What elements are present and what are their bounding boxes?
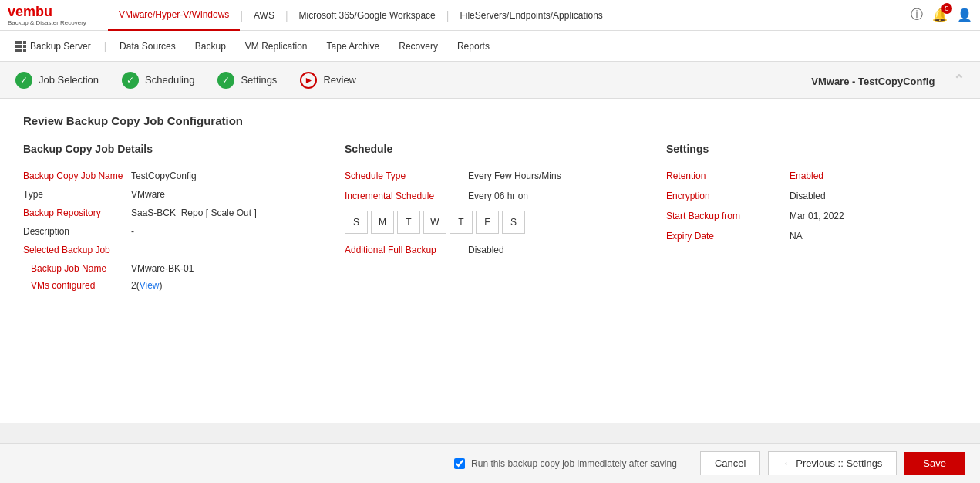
setting-row-expiry: Expiry Date NA: [666, 231, 957, 242]
wizard-expand-icon[interactable]: ⌃: [953, 73, 965, 88]
sched-value-incremental: Every 06 hr on: [468, 191, 528, 201]
backup-copy-details-section: Backup Copy Job Details Backup Copy Job …: [23, 143, 314, 297]
setting-row-start-backup: Start Backup from Mar 01, 2022: [666, 211, 957, 221]
nav-backup[interactable]: Backup: [187, 38, 234, 55]
nav-link-aws[interactable]: AWS: [243, 0, 285, 31]
day-box-sat: S: [502, 211, 525, 234]
setting-label-start-backup: Start Backup from: [666, 211, 790, 221]
step-icon-scheduling: ✓: [122, 72, 139, 89]
day-box-wed: W: [423, 211, 446, 234]
sub-row-job-name: Backup Job Name VMware-BK-01: [31, 263, 314, 274]
step-label-settings: Settings: [241, 74, 277, 86]
backup-server-btn[interactable]: Backup Server: [8, 38, 99, 55]
step-icon-review: ►: [300, 72, 317, 89]
nav-reports[interactable]: Reports: [450, 38, 497, 55]
nav-link-m365[interactable]: Microsoft 365/Google Workspace: [288, 0, 446, 31]
logo-sub: Backup & Disaster Recovery: [8, 20, 86, 26]
sub-section-backup-job: Backup Job Name VMware-BK-01 VMs configu…: [31, 263, 314, 291]
step-label-scheduling: Scheduling: [145, 74, 194, 86]
detail-row-repo: Backup Repository SaaS-BCK_Repo [ Scale …: [23, 208, 314, 218]
nav-link-fileservers[interactable]: FileServers/Endpoints/Applications: [449, 0, 613, 31]
setting-value-start-backup: Mar 01, 2022: [790, 211, 844, 221]
day-boxes: S M T W T F S: [345, 211, 635, 234]
backup-copy-details-header: Backup Copy Job Details: [23, 143, 314, 160]
second-nav: Backup Server | Data Sources Backup VM R…: [0, 31, 980, 62]
wizard-step-settings[interactable]: ✓ Settings: [217, 72, 277, 89]
sub-label-job-name: Backup Job Name: [31, 263, 131, 274]
sched-value-additional: Disabled: [468, 245, 504, 255]
nav-tape-archive[interactable]: Tape Archive: [319, 38, 388, 55]
detail-row-desc: Description -: [23, 226, 314, 237]
value-type: VMware: [131, 189, 165, 200]
value-repo: SaaS-BCK_Repo [ Scale Out ]: [131, 208, 257, 218]
detail-row-job-name: Backup Copy Job Name TestCopyConfig: [23, 171, 314, 181]
label-job-name: Backup Copy Job Name: [23, 171, 131, 181]
three-col-layout: Backup Copy Job Details Backup Copy Job …: [23, 143, 957, 297]
settings-section: Settings Retention Enabled Encryption Di…: [666, 143, 957, 297]
settings-header: Settings: [666, 143, 957, 160]
label-repo: Backup Repository: [23, 208, 131, 218]
grid-icon: [15, 41, 26, 52]
step-icon-job-selection: ✓: [15, 72, 32, 89]
schedule-section: Schedule Schedule Type Every Few Hours/M…: [345, 143, 635, 297]
nav-recovery[interactable]: Recovery: [391, 38, 446, 55]
nav-vm-replication[interactable]: VM Replication: [237, 38, 315, 55]
schedule-header: Schedule: [345, 143, 635, 160]
wizard-config-name: VMware - TestCopyConfig: [811, 76, 935, 87]
label-type: Type: [23, 189, 131, 200]
top-right-icons: ⓘ 🔔 5 👤: [911, 7, 972, 23]
day-box-fri: F: [476, 211, 499, 234]
nav-link-vmware[interactable]: VMware/Hyper-V/Windows: [108, 0, 240, 31]
view-link[interactable]: View: [140, 280, 160, 291]
step-label-review: Review: [323, 74, 356, 86]
user-icon[interactable]: 👤: [957, 8, 972, 22]
logo-text: vembu: [8, 4, 52, 19]
sub-value-vms: 2(View): [131, 280, 162, 291]
wizard-step-review[interactable]: ► Review: [300, 72, 356, 89]
main-content: Review Backup Copy Job Configuration Bac…: [0, 99, 980, 423]
wizard-bar: ✓ Job Selection ✓ Scheduling ✓ Settings …: [0, 62, 980, 99]
label-desc: Description: [23, 226, 131, 237]
sched-value-type: Every Few Hours/Mins: [468, 171, 561, 181]
setting-row-retention: Retention Enabled: [666, 171, 957, 181]
logo-area: vembu Backup & Disaster Recovery: [8, 4, 108, 26]
help-icon[interactable]: ⓘ: [911, 7, 923, 23]
setting-value-retention: Enabled: [790, 171, 823, 181]
sub-value-job-name: VMware-BK-01: [131, 263, 194, 274]
backup-server-label: Backup Server: [30, 41, 91, 52]
detail-row-selected-job: Selected Backup Job: [23, 245, 314, 255]
step-label-job-selection: Job Selection: [39, 74, 99, 86]
sched-label-additional: Additional Full Backup: [345, 245, 468, 255]
setting-value-expiry: NA: [790, 231, 803, 242]
value-job-name: TestCopyConfig: [131, 171, 197, 181]
day-box-mon: M: [371, 211, 394, 234]
label-selected-job: Selected Backup Job: [23, 245, 131, 255]
setting-value-encryption: Disabled: [790, 191, 826, 201]
top-nav-links: VMware/Hyper-V/Windows | AWS | Microsoft…: [108, 0, 911, 31]
sched-row-incremental: Incremental Schedule Every 06 hr on: [345, 191, 635, 201]
detail-row-type: Type VMware: [23, 189, 314, 200]
notification-badge: 5: [941, 3, 952, 14]
sched-label-type: Schedule Type: [345, 171, 468, 181]
sched-label-incremental: Incremental Schedule: [345, 191, 468, 201]
nav-data-sources[interactable]: Data Sources: [112, 38, 184, 55]
setting-label-retention: Retention: [666, 171, 790, 181]
step-icon-settings: ✓: [217, 72, 234, 89]
wizard-config-label: VMware - TestCopyConfig ⌃: [811, 72, 965, 89]
sched-row-type: Schedule Type Every Few Hours/Mins: [345, 171, 635, 181]
notifications-icon[interactable]: 🔔 5: [932, 8, 948, 22]
wizard-step-job-selection[interactable]: ✓ Job Selection: [15, 72, 99, 89]
setting-label-encryption: Encryption: [666, 191, 790, 201]
value-desc: -: [131, 226, 134, 237]
wizard-step-scheduling[interactable]: ✓ Scheduling: [122, 72, 194, 89]
day-box-tue: T: [397, 211, 420, 234]
setting-label-expiry: Expiry Date: [666, 231, 790, 242]
sub-label-vms: VMs configured: [31, 280, 131, 291]
day-box-thu: T: [450, 211, 473, 234]
sched-row-additional: Additional Full Backup Disabled: [345, 245, 635, 255]
day-box-sun: S: [345, 211, 368, 234]
setting-row-encryption: Encryption Disabled: [666, 191, 957, 201]
sub-row-vms: VMs configured 2(View): [31, 280, 314, 291]
page-title: Review Backup Copy Job Configuration: [23, 114, 957, 127]
top-nav: vembu Backup & Disaster Recovery VMware/…: [0, 0, 980, 31]
